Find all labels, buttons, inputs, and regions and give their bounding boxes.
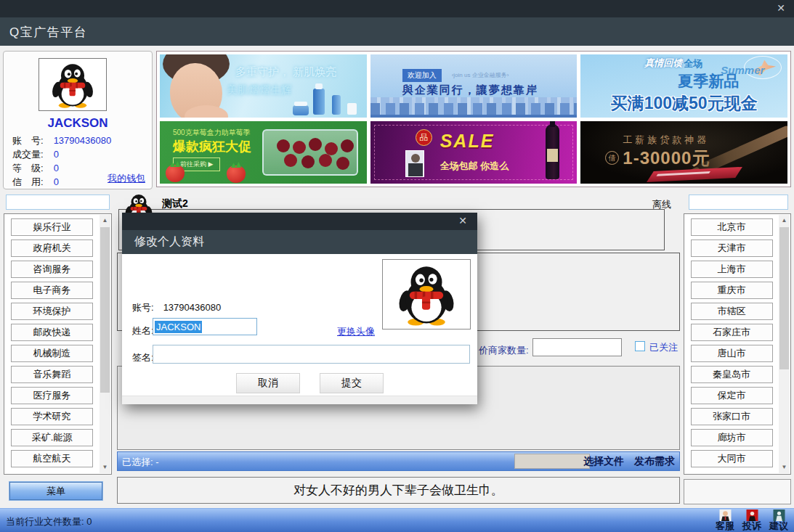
dialog-title: 修改个人资料	[134, 234, 204, 250]
city-button[interactable]: 重庆市	[691, 282, 773, 299]
followed-checkbox[interactable]	[635, 341, 645, 351]
scroll-down-icon[interactable]: ▼	[779, 462, 790, 473]
suggestion-label: 建议	[769, 521, 788, 531]
publish-request-button[interactable]: 发布需求	[634, 455, 675, 467]
customer-service-button[interactable]: 客服	[716, 510, 734, 531]
account-value: 13790436080	[163, 302, 222, 313]
category-button[interactable]: 航空航天	[11, 450, 93, 467]
dialog-footer	[122, 396, 477, 404]
user-avatar	[39, 58, 107, 111]
banner-text: 多重守护， 新肌焕亮	[235, 65, 336, 79]
right-footer-box	[684, 479, 791, 504]
app-title: Q宝广告平台	[9, 24, 87, 41]
banner-summer-sale[interactable]: 真情回馈 全场 Summer 夏季新品 买满100减50元现金	[580, 54, 787, 118]
city-button[interactable]: 大同市	[691, 450, 773, 467]
industry-search-input[interactable]	[6, 195, 110, 210]
change-avatar-link[interactable]: 更换头像	[337, 325, 375, 338]
banner-cosmetics[interactable]: 多重守护， 新肌焕亮 美肌熠熠生辉	[160, 54, 367, 118]
cancel-button[interactable]: 取消	[236, 373, 300, 393]
city-button[interactable]: 秦皇岛市	[691, 366, 773, 383]
dialog-title-bar: ✕	[122, 213, 477, 230]
category-button[interactable]: 机械制造	[11, 345, 93, 362]
dialog-close-icon[interactable]: ✕	[458, 215, 467, 226]
category-button[interactable]: 娱乐行业	[11, 218, 93, 236]
scroll-down-icon[interactable]: ▼	[100, 462, 110, 473]
quote-count-input[interactable]	[532, 338, 622, 356]
scroll-up-icon[interactable]: ▲	[779, 215, 790, 226]
account-label: 账号:	[132, 302, 154, 313]
banner-text: 夏季新品	[678, 71, 739, 91]
category-button[interactable]: 采矿.能源	[11, 429, 93, 446]
banner-text: 真情回馈	[644, 58, 682, 68]
strawberry-shape	[227, 165, 246, 183]
banner-subtext: ‹join us 企业金融服务›	[452, 71, 509, 79]
name-label: 姓名:	[132, 324, 154, 337]
category-button[interactable]: 咨询服务	[11, 261, 93, 278]
banner-text: 與企業同行，讓夢想靠岸	[402, 83, 538, 97]
quote-count-label: 价商家数量:	[479, 344, 529, 357]
volume-label: 成交量:	[12, 148, 44, 161]
complaint-button[interactable]: 投诉	[742, 510, 761, 531]
category-button[interactable]: 邮政快递	[11, 324, 93, 341]
selected-text: JACKSON	[155, 321, 202, 333]
app-window: ✕ Q宝广告平台 JACKSON 账 号:13790436080 成交量:0 等…	[0, 0, 794, 532]
banner-text: 全场包邮 你造么	[440, 160, 509, 173]
banner-strawberry[interactable]: 500克草莓盒力助草莓季 爆款疯狂大促 前往采购 ▶	[160, 121, 367, 184]
dialog-body: 账号:13790436080 姓名: JACKSON 更换头像 签名: 取消 提…	[122, 254, 477, 396]
complaint-icon	[746, 510, 758, 521]
category-button[interactable]: 环境保护	[11, 303, 93, 320]
choose-file-button[interactable]: 选择文件	[583, 455, 624, 467]
window-close-icon[interactable]: ✕	[777, 2, 785, 14]
name-input[interactable]: JACKSON	[153, 318, 257, 335]
industry-scrollbar[interactable]: ▲ ▼	[100, 215, 110, 473]
submit-button[interactable]: 提交	[320, 373, 384, 393]
credit-label: 信 用:	[12, 176, 44, 189]
signature-input[interactable]	[153, 345, 470, 364]
category-button[interactable]: 医疗服务	[11, 387, 93, 404]
category-button[interactable]: 音乐舞蹈	[11, 366, 93, 383]
selected-file-label: 已选择: -	[122, 456, 159, 469]
category-button[interactable]: 学术研究	[11, 408, 93, 425]
my-wallet-link[interactable]: 我的钱包	[108, 172, 145, 185]
dialog-header: 修改个人资料	[122, 230, 477, 254]
city-scrollbar[interactable]: ▲ ▼	[779, 215, 790, 473]
account-row: 账号:13790436080	[132, 301, 221, 314]
scroll-up-icon[interactable]: ▲	[100, 215, 110, 226]
category-button[interactable]: 政府机关	[11, 240, 93, 257]
banner-loan[interactable]: 工薪族贷款神器 借 1-30000元	[580, 121, 787, 184]
city-button[interactable]: 张家口市	[691, 408, 773, 425]
city-search-input[interactable]	[689, 195, 788, 210]
banner-text: 500克草莓盒力助草莓季	[173, 128, 251, 138]
profile-avatar	[382, 259, 471, 330]
scrollbar-thumb[interactable]	[779, 227, 789, 369]
status-bar: 当前行业文件数量: 0 客服 投诉 建议	[0, 508, 794, 532]
banner-text: 全场	[684, 57, 702, 70]
banner-text: 美肌熠熠生辉	[227, 83, 292, 97]
city-button[interactable]: 廊坊市	[691, 429, 773, 446]
chat-tab-title[interactable]: 测试2	[162, 197, 188, 210]
loan-badge: 借	[605, 151, 619, 165]
app-header: Q宝广告平台	[0, 17, 794, 46]
city-button[interactable]: 市辖区	[691, 303, 773, 320]
city-button[interactable]: 保定市	[691, 387, 773, 404]
brand-seal: 品	[416, 129, 432, 146]
scrollbar-thumb[interactable]	[100, 227, 110, 393]
portrait-shape	[405, 150, 424, 177]
suggestion-button[interactable]: 建议	[769, 510, 788, 531]
category-button[interactable]: 电子商务	[11, 282, 93, 299]
city-button[interactable]: 天津市	[691, 240, 773, 257]
signature-banner: 对女人不好的男人下辈子会做卫生巾。	[117, 477, 680, 504]
strawberry-shape	[166, 165, 185, 182]
followed-label: 已关注	[649, 341, 678, 354]
banner-wine-sale[interactable]: 品 SALE 全场包邮 你造么	[370, 121, 578, 184]
city-button[interactable]: 唐山市	[691, 345, 773, 362]
edit-profile-dialog: ✕ 修改个人资料 账号:13790436080 姓名: JACKSON 更换头像…	[122, 213, 477, 404]
title-bar: ✕	[0, 0, 794, 17]
volume-value: 0	[54, 149, 59, 160]
city-button[interactable]: 上海市	[691, 261, 773, 278]
banner-business[interactable]: 欢迎加入 ‹join us 企业金融服务› 與企業同行，讓夢想靠岸	[370, 54, 578, 118]
city-button[interactable]: 石家庄市	[691, 324, 773, 341]
menu-button[interactable]: 菜单	[9, 482, 102, 500]
credit-value: 0	[54, 176, 59, 187]
city-button[interactable]: 北京市	[691, 218, 773, 236]
